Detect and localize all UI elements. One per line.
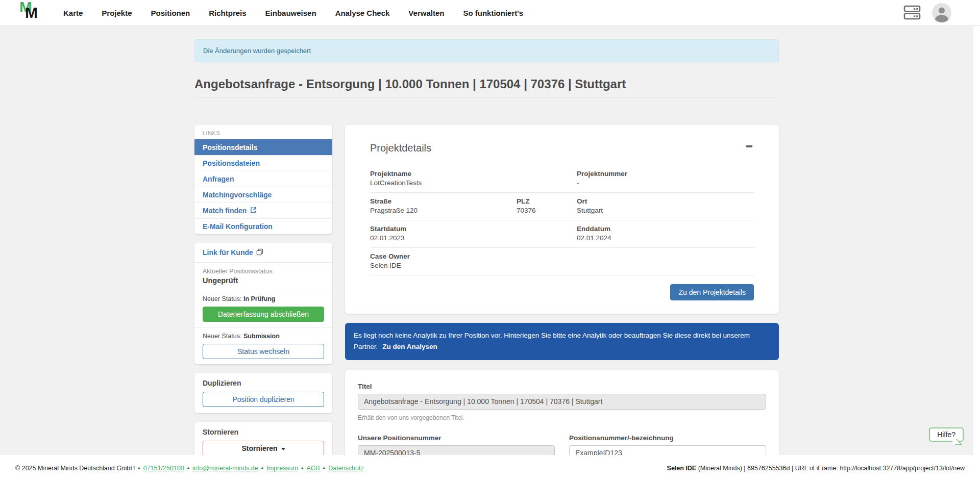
success-alert: Die Änderungen wurden gespeichert bbox=[194, 39, 779, 62]
chevron-down-icon bbox=[281, 448, 285, 450]
enddatum-label: Enddatum bbox=[577, 225, 754, 233]
strasse-value: Pragstraße 120 bbox=[370, 207, 517, 214]
nav-projekte[interactable]: Projekte bbox=[102, 9, 132, 17]
current-status-label: Aktueller Positionsstatus: bbox=[203, 268, 324, 275]
sidebar-item-matchingvorschlaege[interactable]: Matchingvorschläge bbox=[194, 187, 332, 202]
duplicate-title: Duplizieren bbox=[203, 379, 324, 387]
server-stack-icon[interactable] bbox=[903, 5, 921, 21]
footer-email-link[interactable]: info@mineral-minds.de bbox=[192, 465, 258, 472]
sidebar-item-match-finden[interactable]: Match finden bbox=[194, 202, 332, 218]
copy-icon bbox=[256, 248, 263, 257]
alert-message: Die Änderungen wurden gespeichert bbox=[203, 47, 311, 55]
user-avatar-icon[interactable] bbox=[932, 3, 951, 22]
footer-agb-link[interactable]: AGB bbox=[306, 465, 320, 472]
new-status-2: Neuer Status: Submission bbox=[203, 333, 324, 340]
ort-label: Ort bbox=[577, 197, 754, 205]
analytics-banner: Es liegt noch keine Analytik zu Ihrer Po… bbox=[345, 323, 779, 360]
nav-positionen[interactable]: Positionen bbox=[151, 9, 190, 17]
enddatum-value: 02.01.2024 bbox=[577, 234, 754, 242]
footer-impressum-link[interactable]: Impressum bbox=[266, 465, 298, 472]
help-button[interactable]: Hilfe? bbox=[929, 427, 964, 442]
titel-input[interactable] bbox=[358, 394, 766, 410]
projektnummer-label: Projektnummer bbox=[577, 170, 754, 178]
footer: © 2025 Mineral Minds Deutschland GmbH • … bbox=[0, 455, 980, 481]
sidebar-item-positionsdetails[interactable]: Positionsdetails bbox=[194, 139, 332, 155]
main-column: Projektdetails Projektname LotCreationTe… bbox=[345, 125, 779, 481]
sidebar-item-anfragen[interactable]: Anfragen bbox=[194, 171, 332, 187]
duplicate-position-button[interactable]: Position duplizieren bbox=[203, 392, 324, 407]
links-header: LINKS bbox=[194, 125, 332, 139]
plz-label: PLZ bbox=[517, 197, 577, 205]
project-details-card: Projektdetails Projektname LotCreationTe… bbox=[345, 125, 779, 314]
projektname-value: LotCreationTests bbox=[370, 179, 577, 187]
main-nav: Karte Projekte Positionen Richtpreis Ein… bbox=[63, 9, 523, 17]
go-to-analyses-link[interactable]: Zu den Analysen bbox=[382, 343, 437, 350]
sidebar-item-positionsdateien[interactable]: Positionsdateien bbox=[194, 155, 332, 171]
external-link-icon bbox=[250, 207, 257, 215]
session-info: Selen IDE (Mineral Minds) | 69576255536d… bbox=[667, 465, 965, 472]
titel-label: Titel bbox=[358, 383, 766, 390]
cancel-title: Stornieren bbox=[203, 428, 324, 436]
links-card: LINKS Positionsdetails Positionsdateien … bbox=[194, 125, 332, 234]
projektname-label: Projektname bbox=[370, 170, 577, 178]
titel-helper: Erhält den von uns vorgegebenen Titel. bbox=[358, 414, 766, 421]
complete-data-entry-button[interactable]: Datenerfassung abschließen bbox=[203, 307, 324, 322]
page-title: Angebotsanfrage - Entsorgung | 10.000 To… bbox=[194, 77, 779, 97]
strasse-label: Straße bbox=[370, 197, 517, 205]
custom-position-number-label: Positionsnummer/-bezeichnung bbox=[569, 434, 766, 442]
projektnummer-value: - bbox=[577, 179, 754, 187]
case-owner-value: Selen IDE bbox=[370, 262, 754, 269]
our-position-number-label: Unsere Positionsnummer bbox=[358, 434, 555, 442]
duplicate-card: Duplizieren Position duplizieren bbox=[194, 373, 332, 413]
scrollbar[interactable] bbox=[973, 26, 980, 481]
switch-status-button[interactable]: Status wechseln bbox=[203, 344, 324, 359]
project-details-title: Projektdetails bbox=[370, 142, 754, 154]
collapse-card-button[interactable] bbox=[743, 142, 755, 150]
footer-phone-link[interactable]: 07151/250100 bbox=[143, 465, 184, 472]
current-status-value: Ungeprüft bbox=[203, 276, 324, 285]
go-to-project-details-button[interactable]: Zu den Projektdetails bbox=[670, 284, 754, 300]
sidebar: LINKS Positionsdetails Positionsdateien … bbox=[194, 125, 332, 471]
nav-analyse-check[interactable]: Analyse Check bbox=[335, 9, 390, 17]
startdatum-value: 02.01.2023 bbox=[370, 234, 577, 242]
customer-link[interactable]: Link für Kunde bbox=[203, 248, 263, 257]
nav-richtpreis[interactable]: Richtpreis bbox=[209, 9, 246, 17]
startdatum-label: Startdatum bbox=[370, 225, 577, 233]
nav-einbauweisen[interactable]: Einbauweisen bbox=[265, 9, 316, 17]
nav-so-funktionierts[interactable]: So funktioniert's bbox=[463, 9, 523, 17]
status-card: Link für Kunde Aktueller Positionsstatus… bbox=[194, 243, 332, 364]
mineral-minds-logo-icon[interactable]: M M bbox=[18, 2, 43, 24]
ort-value: Stuttgart bbox=[577, 207, 754, 214]
new-status-1: Neuer Status: In Prüfung bbox=[203, 295, 324, 302]
sidebar-item-email-konfiguration[interactable]: E-Mail Konfiguration bbox=[194, 218, 332, 234]
plz-value: 70376 bbox=[517, 207, 577, 214]
copyright-text: © 2025 Mineral Minds Deutschland GmbH bbox=[15, 465, 135, 472]
top-header: M M Karte Projekte Positionen Richtpreis… bbox=[0, 0, 980, 26]
nav-karte[interactable]: Karte bbox=[63, 9, 83, 17]
nav-verwalten[interactable]: Verwalten bbox=[408, 9, 444, 17]
minus-icon bbox=[746, 145, 752, 147]
page-content: Die Änderungen wurden gespeichert Angebo… bbox=[0, 26, 973, 481]
case-owner-label: Case Owner bbox=[370, 252, 754, 260]
cancel-dropdown-button[interactable]: Stornieren bbox=[203, 441, 324, 456]
footer-datenschutz-link[interactable]: Datenschutz bbox=[328, 465, 363, 472]
